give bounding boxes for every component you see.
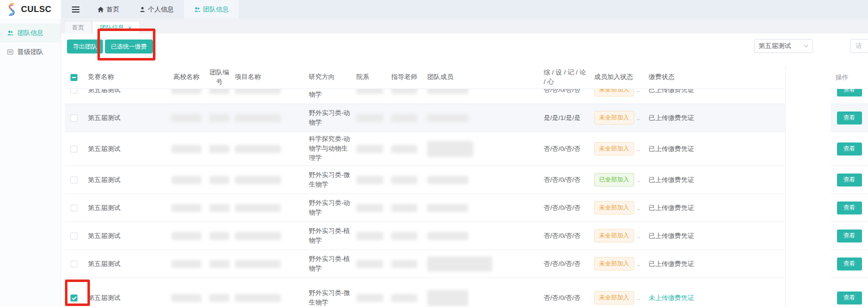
join-status-badge: 未全部加入 <box>594 89 634 96</box>
row-checkbox[interactable] <box>70 204 77 212</box>
advisor-redacted <box>387 89 421 94</box>
redacted-blur-block <box>391 89 417 94</box>
join-status-badge: 未全部加入 <box>594 229 634 242</box>
redacted-blur-block <box>391 145 417 153</box>
col-header-advisor: 指导老师 <box>387 66 421 88</box>
redacted-blur-block <box>427 290 468 306</box>
tab-home[interactable]: 首页 <box>64 21 92 34</box>
tab-bar: 首页 团队信息 × <box>61 18 868 34</box>
advisor-redacted <box>387 176 421 184</box>
university-name-redacted <box>165 294 208 302</box>
select-all-checkbox[interactable] <box>70 74 77 81</box>
redacted-blur-block <box>427 232 468 240</box>
view-button[interactable]: 查看 <box>837 142 862 156</box>
nav-item-home[interactable]: 首页 <box>87 0 129 18</box>
redacted-blur-block <box>391 176 417 184</box>
join-status-cell: 未全部加入 .. <box>592 257 645 270</box>
ellipsis-text: .. <box>637 176 640 184</box>
export-teams-button[interactable]: 导出团队 <box>67 40 103 54</box>
competition-name: 第五届测试 <box>83 114 165 122</box>
team-icon <box>194 6 200 12</box>
redacted-blur-block <box>209 114 229 122</box>
logo-text: CULSC <box>21 4 51 14</box>
department-redacted <box>352 114 387 122</box>
university-name-redacted <box>165 176 208 184</box>
team-members-redacted <box>421 89 540 94</box>
view-button[interactable]: 查看 <box>837 230 862 242</box>
redacted-blur-block <box>391 260 417 268</box>
tab-team-info[interactable]: 团队信息 × <box>92 21 140 34</box>
redacted-blur-block <box>209 232 229 240</box>
table-row: 第五届测试 野外实习类-植物学 否/否/0/否/否 未全部加入 .. 已上传缴费… <box>65 222 868 250</box>
chevron-down-icon <box>804 44 809 48</box>
view-button[interactable]: 查看 <box>837 174 862 186</box>
row-checkbox[interactable] <box>70 114 77 122</box>
payment-status-text: 已上传缴费凭证 <box>645 144 785 154</box>
hamburger-icon[interactable] <box>72 6 79 12</box>
university-name-redacted <box>165 232 208 240</box>
view-button[interactable]: 查看 <box>837 292 862 304</box>
nav-item-profile[interactable]: 个人信息 <box>129 0 184 18</box>
nav-item-team-info[interactable]: 团队信息 <box>184 0 239 18</box>
pay-selected-button[interactable]: 已选统一缴费 <box>105 40 153 54</box>
row-checkbox[interactable] <box>70 232 77 240</box>
view-button[interactable]: 查看 <box>837 112 862 124</box>
contest-select[interactable]: 第五届测试 <box>754 39 813 53</box>
payment-status-text: 未上传缴费凭证 <box>645 294 785 302</box>
competition-name: 第五届测试 <box>83 232 165 240</box>
col-header-scores: 综 / 设 / 记 / 论 / 心 <box>540 66 592 88</box>
row-checkbox[interactable] <box>70 146 77 152</box>
redacted-blur-block <box>209 260 229 268</box>
department-redacted <box>352 260 387 268</box>
ellipsis-text: .. <box>637 204 640 212</box>
project-name-redacted <box>231 145 304 153</box>
team-members-redacted <box>421 232 540 240</box>
competition-name: 第五届测试 <box>83 204 165 212</box>
team-members-redacted <box>421 141 540 157</box>
advisor-redacted <box>387 260 421 268</box>
redacted-blur-block <box>235 204 281 212</box>
view-button[interactable]: 查看 <box>837 258 862 270</box>
tab-label: 团队信息 <box>100 24 124 32</box>
redacted-blur-block <box>171 204 201 212</box>
tab-close-icon[interactable]: × <box>128 24 132 31</box>
row-checkbox[interactable] <box>70 260 77 268</box>
redacted-blur-block <box>356 204 383 212</box>
table-row: 第五届测试 科学探究类-动物学与动物生理学 否/否/0/否/否 未全部加入 ..… <box>65 132 868 166</box>
sidebar-item-team-info[interactable]: 团队信息 <box>0 24 60 42</box>
search-input-partial[interactable]: 请 <box>850 39 868 53</box>
row-checkbox[interactable] <box>70 89 77 94</box>
competition-name: 第五届测试 <box>83 294 165 302</box>
redacted-blur-block <box>235 260 281 268</box>
payment-status-text: 已上传缴费凭证 <box>645 89 785 94</box>
redacted-blur-block <box>356 89 383 94</box>
redacted-blur-block <box>171 294 201 302</box>
join-status-cell: 未全部加入 .. <box>592 291 645 304</box>
scores-text: 是/是/1/是/是 <box>540 114 592 122</box>
view-button[interactable]: 查看 <box>837 89 862 96</box>
team-number-redacted <box>208 260 231 268</box>
home-icon <box>97 6 104 12</box>
department-redacted <box>352 204 387 212</box>
department-redacted <box>352 294 387 302</box>
row-checkbox[interactable] <box>70 294 77 302</box>
col-header-join-status: 成员加入状态 <box>592 66 645 88</box>
advisor-redacted <box>387 294 421 302</box>
advisor-redacted <box>387 204 421 212</box>
scores-text: 否/否/0/否/否 <box>540 144 592 154</box>
payment-status-text: 已上传缴费凭证 <box>645 114 785 122</box>
team-number-redacted <box>208 145 231 153</box>
view-button[interactable]: 查看 <box>837 202 862 214</box>
sidebar-item-promoted-teams[interactable]: 晋级团队 <box>0 42 60 62</box>
project-name-redacted <box>231 114 304 122</box>
sidebar-item-label: 团队信息 <box>17 28 43 38</box>
row-checkbox[interactable] <box>70 176 77 184</box>
table-header-row: 竞赛名称 高校名称 团队编号 项目名称 研究方向 院系 指导老师 团队成员 综 … <box>65 66 868 89</box>
teams-table: 竞赛名称 高校名称 团队编号 项目名称 研究方向 院系 指导老师 团队成员 综 … <box>65 66 868 307</box>
team-members-redacted <box>421 204 540 212</box>
department-redacted <box>352 232 387 240</box>
ellipsis-text: .. <box>637 146 640 152</box>
main-content: 导出团队 已选统一缴费 第五届测试 请 竞赛名称 高校名称 团队编号 项目名称 … <box>61 34 868 307</box>
team-number-redacted <box>208 204 231 212</box>
scores-text: 否/否/0/否/否 <box>540 232 592 240</box>
